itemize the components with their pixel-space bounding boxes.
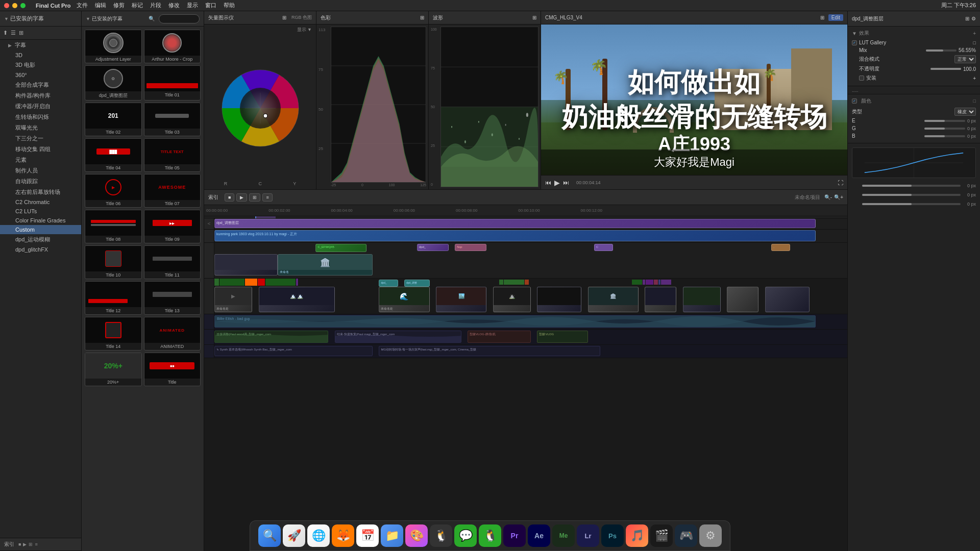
title-item-02[interactable]: 201 Title 02 [85,103,142,136]
title-item-11[interactable]: Title 11 [144,245,201,279]
clip-small-1[interactable]: C [594,244,613,251]
sidebar-item-autotrack[interactable]: 自动跟踪 [0,176,81,187]
mix-slider[interactable] [926,49,957,52]
clip-green-1[interactable]: C_EFWQ45 [315,244,366,252]
audio-clip-2c[interactable]: 型媒VLOG-静排(机 [468,331,531,343]
title-item-06[interactable]: ▶ Title 06 [85,174,142,208]
menu-clip[interactable]: 片段 [150,2,161,9]
dock-premiere[interactable]: Pr [503,524,526,547]
index-btn4[interactable]: ≡ [35,542,37,547]
edit-btn[interactable]: Edit [828,14,843,21]
b-slider[interactable] [924,135,965,137]
menu-modify[interactable]: 修改 [168,2,180,9]
menu-file[interactable]: 文件 [77,2,88,9]
dock-folder[interactable]: 📁 [381,524,403,547]
inspector-icon2[interactable]: ⚙ [971,16,976,21]
index-btn2[interactable]: ▶ [23,542,27,547]
import-icon[interactable]: ⬆ [3,30,8,36]
index-btn3[interactable]: ⊞ [29,542,33,547]
title-item-08[interactable]: Title 08 [85,210,142,243]
waveform-expand[interactable]: ⊞ [532,15,536,20]
dock-settings[interactable]: ⚙ [699,524,722,547]
play-btn[interactable]: ▶ [554,179,560,187]
sidebar-item-colorfinale[interactable]: Color Finale Grades [0,216,81,225]
effects-add[interactable]: + [973,31,976,36]
dock-wechat[interactable]: 💬 [454,524,477,547]
sidebar-item-elements[interactable]: 元素 [0,155,81,165]
histogram-expand[interactable]: ⊞ [420,15,424,20]
title-item-01[interactable]: Title 01 [144,65,201,101]
dock-photoshop[interactable]: Ps [601,524,624,547]
mask-add[interactable]: + [973,76,976,81]
title-item-animated[interactable]: ANIMATED ANIMATED [144,317,201,350]
tl-zoom-out[interactable]: 🔍- [824,194,832,200]
clip-purple-2[interactable]: Nqc [455,244,486,251]
clip-video-10[interactable] [727,287,758,312]
clip-dpd-adj[interactable]: dpd_调整图层 [214,219,816,228]
sidebar-item-3d[interactable]: 3D [0,51,81,60]
color-expand[interactable]: □ [973,98,976,104]
audio-clip-2d[interactable]: 型媒VLOG [537,331,587,343]
timeline-btn1[interactable]: ■ [225,193,234,202]
dock-wechat2[interactable]: 🐧 [479,524,501,547]
list-icon[interactable]: ☰ [11,30,16,36]
dock-chrome[interactable]: 🌐 [307,524,330,547]
grid-icon[interactable]: ⊞ [19,30,23,36]
clip-video-11[interactable] [765,287,810,312]
rval-slider-3[interactable] [862,203,961,205]
menu-help[interactable]: 帮助 [224,2,235,9]
sidebar-item-custom[interactable]: Custom [0,225,81,234]
title-item-12[interactable]: Title 12 [85,281,142,315]
sidebar-item-builder[interactable]: 构件器/构件库 [0,90,81,101]
menu-window[interactable]: 窗口 [205,2,216,9]
title-item-07[interactable]: AWESOME Title 07 [144,174,201,208]
g-slider[interactable] [924,128,965,130]
dock-ae[interactable]: Ae [528,524,550,547]
tl-zoom-in[interactable]: 🔍+ [834,194,843,200]
clip-main-long[interactable]: kunming park 1903 vlog 2019.10.11 by mag… [214,230,816,241]
rval-slider-2[interactable] [862,194,961,196]
synth-clip-1[interactable]: ↳ Synth 基本选项(Whoosh Synth Bac_型媒_mger_co… [214,346,373,356]
dock-lightroom[interactable]: Lr [577,524,599,547]
clip-video-3[interactable]: 🌊 未命名处 [379,287,429,312]
e-slider[interactable] [924,120,965,122]
sidebar-item-buffer[interactable]: 缓冲器/开启自 [0,101,81,112]
color-checkbox[interactable] [852,98,857,104]
menu-view[interactable]: 显示 [187,2,198,9]
sidebar-item-credits[interactable]: 制作人员 [0,165,81,176]
dock-calendar[interactable]: 📅 [356,524,379,547]
mask-checkbox[interactable] [859,76,864,81]
color-icon[interactable]: ⊞ [282,15,286,20]
sidebar-item-lower3rd[interactable]: 下三分之一 [0,133,81,144]
menu-trim[interactable]: 修剪 [113,2,125,9]
sidebar-item-c2luts[interactable]: C2 LUTs [0,207,81,216]
opacity-slider[interactable] [930,68,961,70]
sidebar-item-3d-movie[interactable]: 3D 电影 [0,60,81,70]
index-btn1[interactable]: ■ [18,542,21,547]
clip-video-1[interactable]: ▶ 未命名处 [214,287,252,312]
display-btn[interactable]: 显示 ▼ [297,27,312,33]
dock-music[interactable]: 🎵 [626,524,648,547]
dock-launchpad[interactable]: 🚀 [283,524,305,547]
sidebar-item-flash[interactable]: 生转场和闪烁 [0,112,81,122]
dock-steam[interactable]: 🎮 [675,524,697,547]
timeline-btn2[interactable]: ▶ [236,193,247,202]
clip-teal-3[interactable]: dpd_调整 [404,280,430,287]
synth-clip-2[interactable]: MG动转场转场:每一场次鼓声(fast.mgi_型媒_mger_com, Cin… [379,346,600,356]
clip-teal-2[interactable]: dpd_ [379,280,398,287]
sidebar-item-move[interactable]: 移动交集 四组 [0,144,81,155]
play-prev-btn[interactable]: ⏮ [545,179,551,186]
menu-edit[interactable]: 编辑 [95,2,106,9]
clip-dark-1[interactable] [214,254,278,276]
sidebar-item-allcomp[interactable]: 全部合成字幕 [0,80,81,90]
inspector-icon1[interactable]: ⊞ [965,16,969,21]
rval-slider-1[interactable] [862,185,961,187]
title-item-percent[interactable]: 20%+ 20%+ [85,353,142,386]
lut-expand[interactable]: □ [973,40,976,45]
title-item-03[interactable]: Title 03 [144,103,201,136]
title-item-05[interactable]: TITLE TEXT Title 05 [144,138,201,172]
clip-video-9[interactable] [683,287,721,312]
sidebar-item-dpd-glitch[interactable]: dpd_glitchFX [0,245,81,254]
fullscreen-btn[interactable]: ⛶ [838,180,843,186]
title-item-09[interactable]: ▶▶ Title 09 [144,210,201,243]
